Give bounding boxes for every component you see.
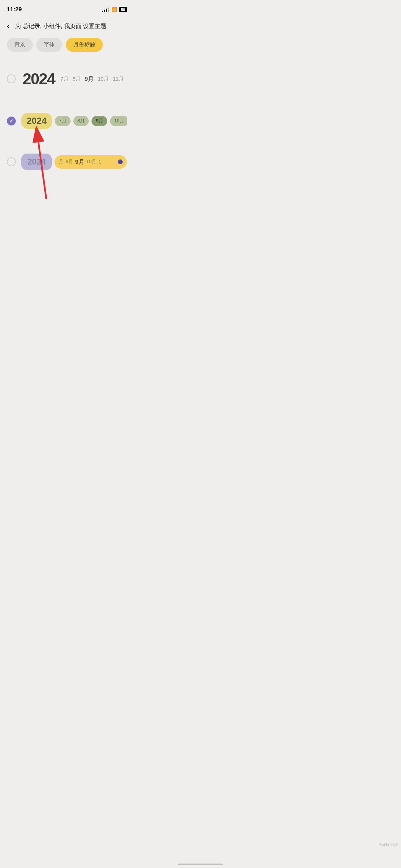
month-9: 9月 [85,75,94,83]
tab-month-title[interactable]: 月份标题 [66,38,103,52]
status-bar: 11:29 📶 56 [0,0,134,17]
signal-icon [102,8,109,12]
pill-month-9: 9月 [92,116,107,126]
radio-soft[interactable] [7,157,16,166]
soft-month-10: 10月 [86,159,97,165]
radio-plain[interactable] [7,74,16,83]
tab-background[interactable]: 背景 [7,38,33,52]
tab-font[interactable]: 字体 [36,38,62,52]
tab-row: 背景 字体 月份标题 [0,38,134,60]
month-11: 11月 [113,76,124,82]
pill-month-10: 10月 [110,116,127,126]
months-plain: 7月 8月 9月 10月 11月 [60,75,124,83]
theme-item-plain[interactable]: 2024 7月 8月 9月 10月 11月 [0,63,134,95]
soft-month-1: 1 [98,159,101,165]
header: ‹ 为 总记录, 小组件, 我页面 设置主题 [0,17,134,38]
soft-month-7: 月 [59,159,63,165]
soft-month-9: 9月 [75,158,84,166]
pill-month-8: 8月 [73,116,89,126]
months-soft-row: 月 8月 9月 10月 1 [54,155,127,169]
dot-indicator [118,159,123,164]
month-8: 8月 [73,76,81,82]
year-pill: 2024 [21,113,52,129]
theme-item-pill[interactable]: ✓ 2024 7月 8月 9月 10月 11月 ( [0,106,134,136]
radio-pill[interactable]: ✓ [7,117,16,125]
status-time: 11:29 [7,6,22,13]
theme-preview-plain: 2024 7月 8月 9月 10月 11月 [23,70,124,88]
year-plain: 2024 [23,70,55,88]
month-7: 7月 [60,76,68,82]
back-button[interactable]: ‹ [5,20,11,32]
month-10: 10月 [98,76,109,82]
check-icon: ✓ [9,118,13,124]
wifi-icon: 📶 [111,7,117,12]
theme-item-soft[interactable]: 2024 月 8月 9月 10月 1 [0,147,134,177]
theme-preview-pill: 2024 7月 8月 9月 10月 11月 ( [21,113,127,129]
theme-list: 2024 7月 8月 9月 10月 11月 ✓ 2024 7月 8月 9月 10… [0,60,134,180]
year-soft: 2024 [21,154,52,170]
battery-icon: 56 [119,7,127,12]
pill-month-7: 7月 [55,116,71,126]
theme-preview-soft: 2024 月 8月 9月 10月 1 [21,154,127,170]
status-icons: 📶 56 [102,7,127,12]
page-title: 为 总记录, 小组件, 我页面 设置主题 [15,22,128,30]
soft-month-8: 8月 [65,159,73,165]
